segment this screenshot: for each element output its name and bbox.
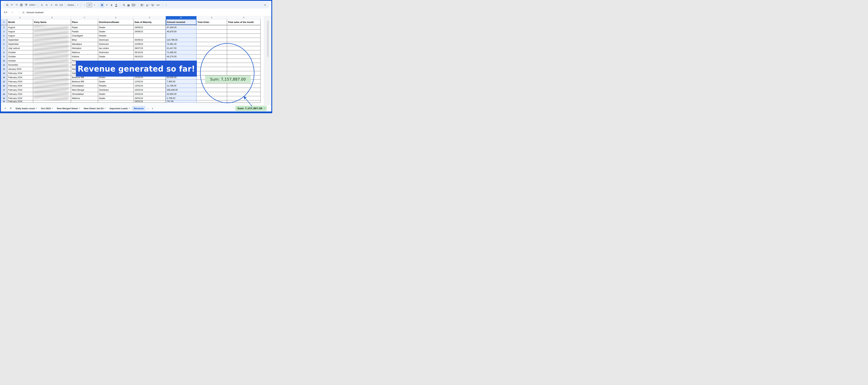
cell-E17[interactable]: 15/02/24 [134, 88, 166, 92]
select-all-corner[interactable] [1, 16, 7, 19]
row-header-6[interactable]: 6 [1, 42, 7, 46]
merge-cells-button[interactable]: ▾ [131, 3, 136, 7]
cell-A2[interactable]: August [7, 25, 33, 30]
cell-A11[interactable]: November [7, 63, 33, 67]
column-header-H[interactable]: H [227, 16, 260, 19]
search-button[interactable] [5, 3, 9, 7]
cell-B1[interactable]: Party Name [33, 19, 71, 25]
cell-H13[interactable] [227, 71, 260, 76]
cell-H9[interactable] [227, 55, 260, 59]
cell-C6[interactable]: Manaikpur [71, 42, 98, 46]
increase-font-size-button[interactable]: + [92, 3, 97, 7]
font-size-input[interactable]: 10 [87, 3, 92, 7]
cell-E16[interactable]: 14/02/24 [134, 84, 166, 88]
row-header-11[interactable]: 11 [1, 63, 7, 67]
text-wrap-button[interactable]: ▾ [150, 3, 155, 7]
cell-G4[interactable] [196, 34, 227, 38]
cell-D3[interactable]: Dealer [98, 30, 134, 34]
cell-F4[interactable] [166, 34, 196, 38]
format-percent-button[interactable]: % [44, 3, 49, 7]
horizontal-align-button[interactable]: ▾ [140, 3, 145, 7]
cell-F8[interactable]: 71,935.00 [166, 50, 196, 55]
add-sheet-button[interactable]: + [3, 106, 8, 111]
row-header-8[interactable]: 8 [1, 50, 7, 55]
prev-sheets-button[interactable]: ‹ [146, 107, 150, 110]
cell-F18[interactable]: 42,500.00 [166, 92, 196, 96]
cell-H2[interactable] [227, 25, 260, 30]
cell-C3[interactable]: Pataila [71, 30, 98, 34]
cell-A18[interactable]: February 2024 [7, 92, 33, 96]
sheet-tab-important-leads[interactable]: Important Leads▾ [107, 106, 132, 111]
cell-F5[interactable]: 110,799.00 [166, 38, 196, 42]
sheet-tab-oct-2023[interactable]: Oct 2023▾ [39, 106, 55, 111]
cell-D9[interactable]: Dealer [98, 55, 134, 59]
cell-A15[interactable]: February 2024 [7, 80, 33, 84]
sheet-tab-revenue[interactable]: Revenue [132, 106, 146, 111]
cell-F19[interactable]: 2,709.00 [166, 96, 196, 100]
cell-D8[interactable]: Distrinutor [98, 50, 134, 55]
name-box[interactable]: F:F▾ [1, 11, 19, 14]
hide-menus-button[interactable] [263, 3, 267, 7]
column-header-G[interactable]: G [196, 16, 227, 19]
cell-C1[interactable]: Place [71, 19, 98, 25]
cell-H1[interactable]: Total sales of the month [227, 19, 260, 25]
cell-G19[interactable] [196, 96, 227, 100]
cell-A3[interactable]: August [7, 30, 33, 34]
cell-F7[interactable]: 41,417.00 [166, 46, 196, 50]
zoom-select[interactable]: 100%▾ [28, 3, 36, 7]
cell-E20[interactable]: 29/02/24 [134, 100, 166, 102]
row-header-1[interactable]: 1 [1, 19, 7, 25]
bold-button[interactable]: B [100, 3, 104, 7]
cell-C9[interactable]: Kolkota [71, 55, 98, 59]
cell-C5[interactable]: Bihar [71, 38, 98, 42]
cell-G2[interactable] [196, 25, 227, 30]
cell-G5[interactable] [196, 38, 227, 42]
cell-A19[interactable]: February 2024 [7, 96, 33, 100]
print-button[interactable] [19, 3, 24, 7]
cell-E2[interactable]: 28/08/23 [134, 25, 166, 30]
redo-button[interactable]: ↷ [14, 3, 19, 7]
cell-F9[interactable]: 44,174.00 [166, 55, 196, 59]
cell-F1[interactable]: Amount received [166, 19, 196, 25]
row-header-5[interactable]: 5 [1, 38, 7, 42]
cell-F15[interactable]: 7,400.00 [166, 80, 196, 84]
cell-A10[interactable]: October [7, 59, 33, 63]
sheet-tab-new-merged-sheet[interactable]: New Merged Sheet▾ [55, 106, 82, 111]
next-sheets-button[interactable]: › [150, 107, 155, 110]
sheet-tab-daily-leads-count[interactable]: Daily leads count▾ [14, 106, 39, 111]
cell-E6[interactable]: 22/09/23 [134, 42, 166, 46]
column-header-C[interactable]: C [71, 16, 98, 19]
cell-E15[interactable]: 12/02/24 [134, 80, 166, 84]
row-header-14[interactable]: 14 [1, 76, 7, 80]
undo-button[interactable]: ↶ [10, 3, 14, 7]
cell-D5[interactable]: Distrinutor [98, 38, 134, 42]
formula-input[interactable]: Amount received [26, 11, 43, 14]
row-header-4[interactable]: 4 [1, 34, 7, 38]
cell-G9[interactable] [196, 55, 227, 59]
fill-color-button[interactable] [122, 3, 126, 7]
cell-D16[interactable]: Retailer [98, 84, 134, 88]
cell-A13[interactable]: February 2024 [7, 71, 33, 76]
cell-D15[interactable]: Dealer [98, 80, 134, 84]
cell-D6[interactable]: Distrinutor [98, 42, 134, 46]
cell-H10[interactable] [227, 59, 260, 63]
cell-E4[interactable] [134, 34, 166, 38]
format-currency-button[interactable]: $ [40, 3, 44, 7]
cell-C17[interactable]: West Bengal [71, 88, 98, 92]
cell-E1[interactable]: Date of Maturity [134, 19, 166, 25]
cell-C16[interactable]: Ahmedabad [71, 84, 98, 88]
cell-G11[interactable] [196, 63, 227, 67]
decrease-decimals-button[interactable]: .0 [49, 3, 54, 7]
cell-G17[interactable] [196, 88, 227, 92]
cell-G7[interactable] [196, 46, 227, 50]
row-header-18[interactable]: 18 [1, 92, 7, 96]
cell-C7[interactable]: Dehradun [71, 46, 98, 50]
cell-A12[interactable]: January 2024 [7, 67, 33, 71]
cell-G18[interactable] [196, 92, 227, 96]
cell-D1[interactable]: Distributors/Dealer [98, 19, 134, 25]
column-header-F[interactable]: F [166, 16, 196, 19]
sheet-tab-new-sheet-jan-24[interactable]: New Sheet Jan'24▾ [82, 106, 107, 111]
cell-B20[interactable] [33, 100, 71, 102]
cell-F3[interactable]: 45,878.00 [166, 30, 196, 34]
cell-C4[interactable]: Chandigarh [71, 34, 98, 38]
